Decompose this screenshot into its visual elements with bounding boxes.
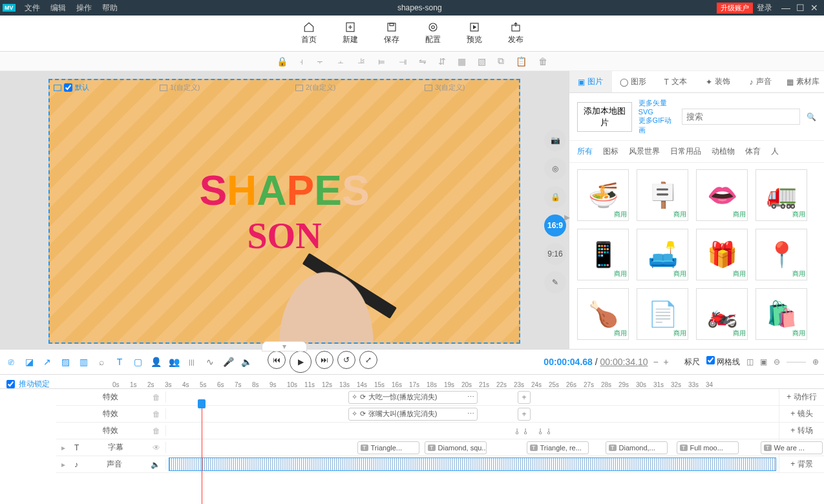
cat-icon[interactable]: 图标 [603,146,618,157]
menu-help[interactable]: 帮助 [97,3,123,14]
volume-icon[interactable]: 🔈 [240,356,252,368]
ratio-9-16[interactable]: 9:16 [544,243,566,265]
subtitle-clip[interactable]: TDiamond, squ... [425,441,487,454]
time-total[interactable]: 00:00:34.10 [600,357,648,367]
scene-check-0[interactable] [64,83,72,92]
tab-text[interactable]: T 文本 [654,71,697,92]
ratio-16-9[interactable]: 16:9 [544,215,566,236]
asset-tile[interactable]: 🛍️商用 [755,288,807,340]
layers-icon[interactable]: ▥ [78,356,89,368]
canvas-collapse-handle[interactable]: ▾ [262,341,307,352]
cat-daily[interactable]: 日常用品 [670,146,701,157]
zoom-in-icon[interactable]: ⊕ [812,357,819,366]
align-top-icon[interactable]: ⫡ [357,56,366,67]
time-minus[interactable]: − [653,357,658,367]
align-right-icon[interactable]: ⫠ [336,56,345,67]
add-local-image-button[interactable]: 添加本地图片 [577,102,632,132]
asset-tile[interactable]: 👄商用 [696,169,748,221]
add-action-row[interactable]: + 动作行 [779,389,824,405]
grid-toggle[interactable]: 网格线 [706,356,740,368]
login-button[interactable]: 登录 [757,3,772,14]
align-bottom-icon[interactable]: ⫣ [398,56,407,67]
subtitle-clip[interactable]: TTriangle... [357,441,419,454]
tab-sound[interactable]: ♪ 声音 [739,71,782,92]
delete-track-icon[interactable]: 🗑 [153,410,160,419]
panel-collapse-icon[interactable]: ▸ [564,210,570,224]
align-left-icon[interactable]: ⫞ [299,56,304,67]
delete-icon[interactable]: 🗑 [538,56,547,67]
close-icon[interactable]: ✕ [807,3,821,13]
subtitle-clip[interactable]: TFull moo... [677,441,739,454]
scene-tab-0[interactable]: 默认 [54,83,89,92]
send-back-icon[interactable]: ▧ [478,56,486,67]
toolbar-home[interactable]: 首页 [301,21,317,45]
search-timeline-icon[interactable]: ⌕ [96,356,107,368]
scroll-lock-toggle[interactable]: 推动锁定 [0,375,56,394]
wave-icon[interactable]: ∿ [204,356,216,368]
add-clip-button[interactable]: + [518,408,531,421]
menu-operate[interactable]: 操作 [71,3,97,14]
subtitle-clip[interactable]: TDiamond,... [606,441,668,454]
asset-tile[interactable]: 📱商用 [577,229,629,280]
maximize-icon[interactable]: ☐ [793,3,807,13]
crop-icon[interactable]: ▨ [59,356,71,368]
target-tool[interactable]: ◎ [544,158,566,180]
playhead[interactable] [202,402,202,504]
camera-tool[interactable]: 📷 [544,129,566,151]
expand-icon[interactable]: ▸ [61,460,68,469]
menu-file[interactable]: 文件 [19,3,45,14]
copy-icon[interactable]: ⧉ [498,56,504,67]
asset-tile[interactable]: 🎁商用 [696,229,748,280]
shape-track-icon[interactable]: ▢ [132,356,143,368]
scene-tab-2[interactable]: 2(自定义) [295,83,335,92]
clip-fx2[interactable]: ✧⟳张嘴大叫(播放完消失)⋯ [348,408,478,421]
flip-v-icon[interactable]: ⇵ [438,56,446,67]
toolbar-publish[interactable]: 发布 [508,21,523,45]
cat-nature[interactable]: 动植物 [712,146,735,157]
asset-tile[interactable]: 🏍️商用 [696,288,748,340]
lock-tool[interactable]: 🔒 [544,186,566,208]
loop-button[interactable]: ↺ [337,351,355,369]
minimize-icon[interactable]: — [779,3,793,13]
toolbar-preview[interactable]: 预览 [467,21,482,45]
asset-tile[interactable]: 🍗商用 [577,288,629,340]
bring-front-icon[interactable]: ▦ [458,56,466,67]
zoom-slider[interactable] [787,362,806,362]
speaker-icon[interactable]: 🔈 [151,460,160,469]
fit-icon[interactable]: ▣ [760,357,767,366]
mic-icon[interactable]: 🎤 [222,356,234,368]
align-hcenter-icon[interactable]: ⫟ [315,56,324,67]
menu-edit[interactable]: 编辑 [45,3,71,14]
eq-icon[interactable]: ⫼ [186,356,198,368]
camera-icon[interactable]: ⎚ [5,356,17,368]
toolbar-save[interactable]: 保存 [384,21,399,45]
lock-icon[interactable]: 🔒 [277,56,288,67]
asset-tile[interactable]: 📍商用 [755,229,807,280]
scene-tab-1[interactable]: 1(自定义) [160,83,200,92]
toolbar-new[interactable]: 新建 [343,21,358,45]
add-clip-button[interactable]: + [518,391,531,404]
prev-button[interactable]: ⏮ [268,351,286,369]
clip-fx1[interactable]: ✧⟳大吃一惊(播放完消失)⋯ [348,391,478,404]
more-svg-link[interactable]: 更多矢量SVG [639,98,675,116]
search-input[interactable] [682,109,800,125]
time-plus[interactable]: + [663,357,668,367]
subtitle-clip[interactable]: TTriangle, re... [527,441,589,454]
timeline-ruler[interactable]: 0s1s2s3s4s5s6s7s8s9s10s11s12s13s14s15s16… [110,375,824,389]
record-icon[interactable]: ◪ [23,356,35,368]
next-button[interactable]: ⏭ [315,351,333,369]
user-icon[interactable]: 👤 [150,356,162,368]
scene-tab-3[interactable]: 3(自定义) [425,83,465,92]
paste-icon[interactable]: 📋 [516,56,527,67]
cat-sports[interactable]: 体育 [745,146,761,157]
flip-h-icon[interactable]: ⇋ [419,56,427,67]
visibility-icon[interactable]: 👁 [153,443,160,452]
asset-tile[interactable]: 📄商用 [637,288,688,340]
more-gif-link[interactable]: 更多GIF动画 [639,116,675,135]
cat-all[interactable]: 所有 [577,146,593,157]
fullscreen-button[interactable]: ⤢ [359,351,377,369]
transition-markers[interactable]: ⫰⫰⫰⫰ [515,425,551,437]
pen-tool[interactable]: ✎ [544,271,566,293]
expand-icon[interactable]: ▸ [61,443,68,452]
group-icon[interactable]: 👥 [168,356,180,368]
